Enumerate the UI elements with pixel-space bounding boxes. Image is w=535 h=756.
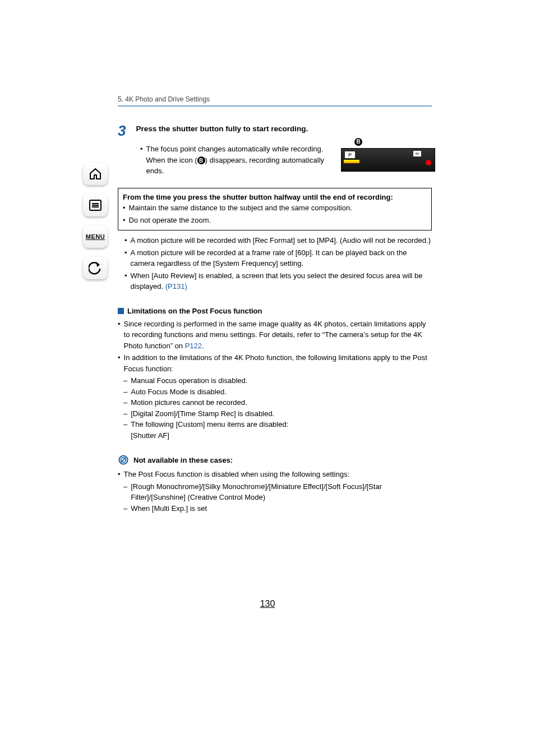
lim-d3: Motion pictures cannot be recorded. [131,397,247,408]
thumbnail-label: B [354,137,362,146]
link-p122[interactable]: P122 [185,342,202,350]
square-bullet-icon [118,308,124,314]
step-3: 3 Press the shutter button fully to star… [118,123,432,138]
menu-label: MENU [86,233,105,240]
lim-d5: The following [Custom] menu items are di… [131,419,288,430]
na-d1: [Rough Monochrome]/[Silky Monochrome]/[M… [131,481,432,503]
thumb-p-badge: P [345,151,355,158]
lim-d2: Auto Focus Mode is disabled. [131,386,227,398]
home-button[interactable] [83,163,108,185]
page-content: 5. 4K Photo and Drive Settings 3 Press t… [118,95,432,514]
lim-d1: Manual Focus operation is disabled. [131,375,247,386]
box-line-1: Maintain the same distance to the subjec… [129,202,427,214]
list-icon [89,199,102,212]
thumb-b-icon: B [354,138,362,146]
limitations-title: Limitations on the Post Focus function [127,307,262,315]
not-available-title: Not available in these cases: [133,456,233,464]
after-b2: A motion picture will be recorded at a f… [131,247,432,269]
back-button[interactable] [83,257,108,279]
step-number: 3 [118,123,126,138]
breadcrumb: 5. 4K Photo and Drive Settings [118,95,432,105]
page-number[interactable]: 130 [0,599,535,609]
lim-p1-b: . [202,342,204,350]
lim-d4: [Digital Zoom]/[Time Stamp Rec] is disab… [131,408,274,420]
screen-thumbnail: B P 4K [341,148,435,172]
lim-p2: In addition to the limitations of the 4K… [124,352,432,374]
lim-d5b: [Shutter AF] [131,430,169,441]
header-rule [118,105,432,107]
not-available-heading: Not available in these cases: [118,454,432,465]
home-icon [89,167,102,181]
after-box-notes: •A motion picture will be recorded with … [118,235,432,292]
not-available-icon [118,454,129,465]
inline-b-icon: B [197,156,205,164]
na-p1: The Post Focus function is disabled when… [124,469,432,480]
after-b1: A motion picture will be recorded with [… [131,235,432,246]
limitations-heading: Limitations on the Post Focus function [118,307,432,315]
halfway-note-box: From the time you press the shutter butt… [118,188,432,231]
na-d2: When [Multi Exp.] is set [131,503,207,514]
box-title: From the time you press the shutter butt… [123,192,427,203]
lim-p1-a: Since recording is performed in the same… [124,320,426,350]
sidebar-nav: MENU [79,163,112,279]
thumb-rec-dot [426,160,431,165]
back-arrow-icon [89,261,102,275]
thumb-4k-badge: 4K [413,151,421,156]
box-line-2: Do not operate the zoom. [129,215,427,226]
thumb-slider [344,160,359,163]
menu-button[interactable]: MENU [83,225,108,248]
step-title: Press the shutter button fully to start … [136,123,432,135]
link-p131[interactable]: (P131) [165,282,187,291]
toc-button[interactable] [83,194,108,216]
